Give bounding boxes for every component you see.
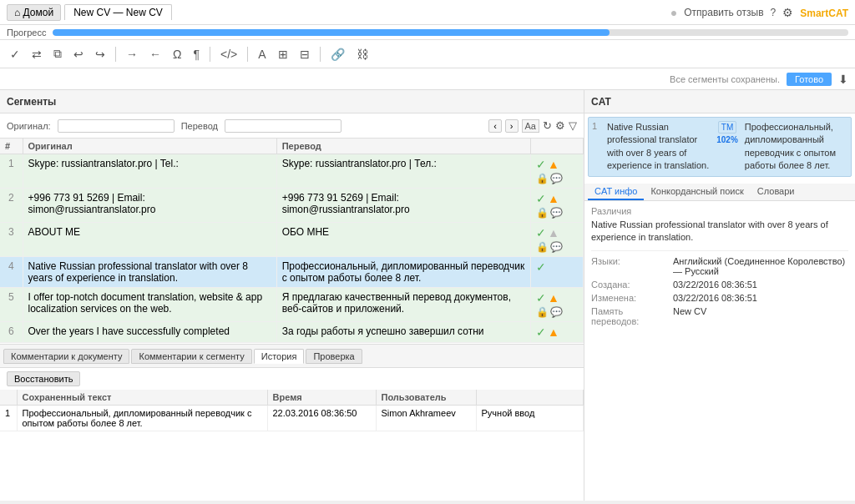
table-row[interactable]: 6 Over the years I have successfully com… (0, 322, 584, 343)
undo-button[interactable]: ↩ (70, 46, 87, 63)
brand-logo: SmartCAT (800, 3, 848, 21)
modified-key: Изменена: (591, 293, 666, 303)
table-row[interactable]: 5 I offer top-notch document translation… (0, 288, 584, 322)
arrow-left-button[interactable]: ← (146, 46, 164, 63)
seg-target-5[interactable]: Я предлагаю качественный перевод докумен… (276, 288, 530, 322)
lock-icon: 🔒 (536, 173, 549, 184)
brand-cat: CAT (828, 8, 848, 19)
cat-tm-area: TM 102% (713, 121, 741, 173)
top-bar-left: ⌂ Домой New CV — New CV (7, 4, 670, 21)
restore-button[interactable]: Восстановить (7, 371, 80, 386)
font-button[interactable]: A (255, 46, 269, 63)
filter-settings-button[interactable]: ⚙ (555, 119, 565, 132)
seg-target-2[interactable]: +996 773 91 5269 | Email:simon@russiantr… (276, 189, 530, 223)
lock-icon: 🔒 (536, 207, 549, 219)
segments-table: # Оригинал Перевод 1 Skype: russiantrans… (0, 139, 584, 343)
hist-col-user: Пользователь (376, 390, 476, 406)
split-button[interactable]: ⇄ (28, 46, 45, 63)
segments-table-container[interactable]: # Оригинал Перевод 1 Skype: russiantrans… (0, 139, 584, 344)
table-button[interactable]: ⊟ (296, 46, 313, 63)
copy-button[interactable]: ⧉ (50, 45, 65, 63)
list-item[interactable]: 1 Профессиональный, дипломированный пере… (0, 406, 584, 431)
hist-type: Ручной ввод (476, 406, 584, 431)
tab-doc-comments[interactable]: Комментарии к документу (3, 349, 129, 364)
help-icon[interactable]: ? (771, 7, 777, 18)
pilcrow-button[interactable]: ¶ (190, 46, 203, 63)
top-bar: ⌂ Домой New CV — New CV ● Отправить отзы… (0, 0, 855, 25)
link-button[interactable]: 🔗 (327, 46, 348, 63)
progress-fill (53, 29, 610, 36)
progress-track (53, 29, 848, 36)
seg-source-5[interactable]: I offer top-notch document translation, … (23, 288, 276, 322)
warn-icon: ▲ (548, 291, 559, 305)
history-table: Сохраненный текст Время Пользователь 1 П… (0, 390, 584, 431)
unlink-button[interactable]: ⛓ (353, 46, 372, 63)
cat-tab-concordance[interactable]: Конкордансный поиск (644, 184, 750, 200)
tab-history[interactable]: История (254, 349, 305, 364)
toolbar: ✓ ⇄ ⧉ ↩ ↪ → ← Ω ¶ </> A ⊞ ⊟ 🔗 ⛓ (0, 40, 855, 68)
cat-tab-glossary[interactable]: Словари (751, 184, 802, 200)
table-row[interactable]: 4 Native Russian professional translator… (0, 257, 584, 288)
omega-button[interactable]: Ω (169, 46, 185, 63)
done-button[interactable]: Готово (787, 73, 832, 86)
top-bar-right: ● Отправить отзыв ? ⚙ SmartCAT (670, 3, 848, 21)
download-icon[interactable]: ⬇ (838, 73, 848, 86)
tab-check[interactable]: Проверка (306, 349, 362, 364)
filter-row: Оригинал: Перевод ‹ › Aa ↻ ⚙ ▽ (0, 113, 584, 139)
empty-warn: ▲ (548, 226, 559, 239)
seg-status-1: ✓ ▲ 🔒 💬 (530, 154, 583, 189)
left-panel: Сегменты Оригинал: Перевод ‹ › Aa ↻ ⚙ ▽ … (0, 90, 584, 501)
original-filter-input[interactable] (58, 119, 175, 133)
cat-result-row[interactable]: 1 Native Russian professional translator… (588, 117, 852, 177)
confirm-button[interactable]: ✓ (7, 46, 23, 63)
arrow-right-button[interactable]: → (123, 46, 141, 63)
cat-result-num: 1 (592, 121, 604, 173)
settings-icon[interactable]: ⚙ (782, 6, 793, 19)
next-segment-button[interactable]: › (505, 119, 519, 133)
seg-target-3[interactable]: ОБО МНЕ (276, 223, 530, 257)
translation-filter-input[interactable] (225, 119, 341, 133)
segments-tab-label: Сегменты (7, 96, 56, 108)
seg-source-2[interactable]: +996 773 91 5269 | Email:simon@russiantr… (23, 189, 276, 223)
filter-button[interactable]: ▽ (569, 119, 577, 132)
toolbar-sep-2 (210, 47, 210, 62)
check-icon: ✓ (536, 192, 546, 205)
tag-button[interactable]: ⊞ (275, 46, 291, 63)
created-key: Создана: (591, 280, 666, 290)
seg-target-1[interactable]: Skype: russiantranslator.pro | Тел.: (276, 154, 530, 189)
hist-col-time: Время (267, 390, 376, 406)
cat-header: CAT (584, 90, 855, 113)
seg-target-4[interactable]: Профессиональный, дипломированный перево… (276, 257, 530, 288)
warn-icon: ▲ (548, 325, 559, 339)
meta-tm-row: Память переводов: New CV (591, 306, 848, 326)
hist-time: 22.03.2016 08:36:50 (267, 406, 376, 431)
refresh-button[interactable]: ↻ (543, 119, 552, 132)
meta-section: Языки: Английский (Соединенное Королевст… (591, 250, 848, 326)
table-row[interactable]: 2 +996 773 91 5269 | Email:simon@russian… (0, 189, 584, 223)
cat-tab-info[interactable]: CAT инфо (588, 184, 644, 200)
toolbar-sep-1 (115, 47, 116, 62)
send-feedback-link[interactable]: Отправить отзыв (684, 7, 763, 18)
code-button[interactable]: </> (217, 46, 240, 63)
prev-segment-button[interactable]: ‹ (488, 119, 502, 133)
seg-source-4[interactable]: Native Russian professional translator w… (23, 257, 276, 288)
check-icon: ✓ (536, 325, 546, 339)
case-sensitive-button[interactable]: Aa (522, 119, 539, 133)
table-row[interactable]: 1 Skype: russiantranslator.pro | Tel.: S… (0, 154, 584, 189)
check-icon: ✓ (536, 158, 546, 171)
cat-results: 1 Native Russian professional translator… (584, 113, 855, 184)
languages-key: Языки: (591, 256, 666, 276)
seg-source-6[interactable]: Over the years I have successfully compl… (23, 322, 276, 343)
seg-source-3[interactable]: ABOUT ME (23, 223, 276, 257)
seg-source-1[interactable]: Skype: russiantranslator.pro | Tel.: (23, 154, 276, 189)
original-filter-label: Оригинал: (7, 121, 51, 131)
tab-seg-comments[interactable]: Комментарии к сегменту (131, 349, 251, 364)
seg-num-3: 3 (0, 223, 23, 257)
differences-label: Различия (591, 206, 848, 216)
redo-button[interactable]: ↪ (92, 46, 109, 63)
home-button[interactable]: ⌂ Домой (7, 4, 61, 21)
toolbar-sep-3 (247, 47, 248, 62)
table-row[interactable]: 3 ABOUT ME ОБО МНЕ ✓ ▲ 🔒 (0, 223, 584, 257)
document-tab[interactable]: New CV — New CV (64, 4, 172, 20)
seg-target-6[interactable]: За годы работы я успешно завершил сотни (276, 322, 530, 343)
